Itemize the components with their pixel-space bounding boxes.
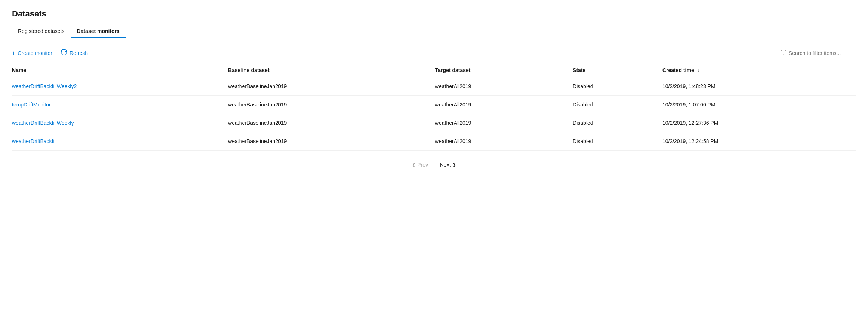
- col-header-name: Name: [12, 62, 224, 77]
- table-row: weatherDriftBackfillWeekly2weatherBaseli…: [12, 77, 856, 96]
- cell-name[interactable]: weatherDriftBackfill: [12, 132, 224, 151]
- table-row: weatherDriftBackfillweatherBaselineJan20…: [12, 132, 856, 151]
- page-title: Datasets: [12, 9, 856, 19]
- col-header-created[interactable]: Created time ↓: [658, 62, 856, 77]
- cell-target: weatherAll2019: [431, 132, 568, 151]
- search-input[interactable]: [789, 50, 856, 56]
- data-table: Name Baseline dataset Target dataset Sta…: [12, 62, 856, 151]
- cell-baseline: weatherBaselineJan2019: [224, 132, 431, 151]
- cell-state: Disabled: [568, 77, 658, 96]
- sort-desc-icon: ↓: [697, 68, 699, 73]
- table-row: weatherDriftBackfillWeeklyweatherBaselin…: [12, 114, 856, 132]
- cell-name[interactable]: weatherDriftBackfillWeekly2: [12, 77, 224, 96]
- cell-state: Disabled: [568, 132, 658, 151]
- create-monitor-button[interactable]: + Create monitor: [12, 48, 55, 58]
- plus-icon: +: [12, 50, 15, 56]
- table-row: tempDriftMonitorweatherBaselineJan2019we…: [12, 96, 856, 114]
- prev-button[interactable]: ❮ Prev: [409, 160, 431, 170]
- tab-registered-datasets[interactable]: Registered datasets: [12, 25, 71, 38]
- chevron-left-icon: ❮: [412, 162, 416, 167]
- cell-target: weatherAll2019: [431, 96, 568, 114]
- tabs-bar: Registered datasets Dataset monitors: [12, 25, 856, 38]
- cell-state: Disabled: [568, 114, 658, 132]
- refresh-icon: [61, 49, 67, 56]
- cell-state: Disabled: [568, 96, 658, 114]
- dataset-monitors-table: Name Baseline dataset Target dataset Sta…: [12, 62, 856, 151]
- toolbar: + Create monitor Refresh: [12, 44, 856, 62]
- cell-baseline: weatherBaselineJan2019: [224, 96, 431, 114]
- prev-label: Prev: [417, 162, 428, 168]
- col-header-target: Target dataset: [431, 62, 568, 77]
- chevron-right-icon: ❯: [452, 162, 456, 167]
- cell-created: 10/2/2019, 12:27:36 PM: [658, 114, 856, 132]
- pagination: ❮ Prev Next ❯: [12, 151, 856, 173]
- cell-name[interactable]: weatherDriftBackfillWeekly: [12, 114, 224, 132]
- cell-target: weatherAll2019: [431, 77, 568, 96]
- filter-icon: [781, 49, 787, 56]
- col-header-baseline: Baseline dataset: [224, 62, 431, 77]
- table-header-row: Name Baseline dataset Target dataset Sta…: [12, 62, 856, 77]
- next-button[interactable]: Next ❯: [437, 160, 459, 170]
- cell-baseline: weatherBaselineJan2019: [224, 114, 431, 132]
- cell-target: weatherAll2019: [431, 114, 568, 132]
- create-monitor-label: Create monitor: [18, 50, 52, 56]
- tab-dataset-monitors[interactable]: Dataset monitors: [71, 25, 126, 38]
- cell-baseline: weatherBaselineJan2019: [224, 77, 431, 96]
- cell-created: 10/2/2019, 1:07:00 PM: [658, 96, 856, 114]
- next-label: Next: [440, 162, 451, 168]
- search-area: [781, 49, 856, 56]
- refresh-label: Refresh: [70, 50, 88, 56]
- cell-created: 10/2/2019, 1:48:23 PM: [658, 77, 856, 96]
- refresh-button[interactable]: Refresh: [61, 48, 91, 58]
- cell-name[interactable]: tempDriftMonitor: [12, 96, 224, 114]
- cell-created: 10/2/2019, 12:24:58 PM: [658, 132, 856, 151]
- col-header-state: State: [568, 62, 658, 77]
